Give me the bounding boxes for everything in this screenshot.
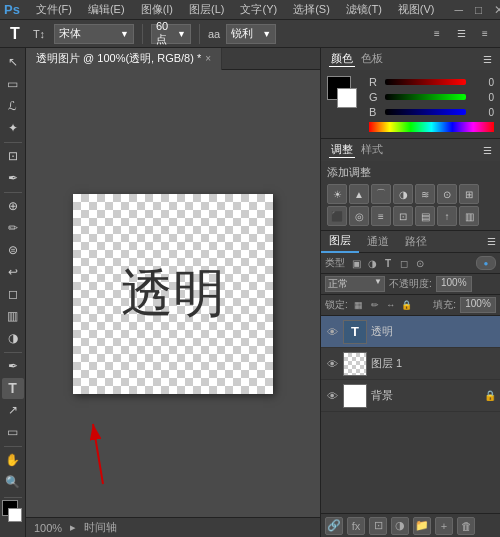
menu-text[interactable]: 文字(Y) [236,2,281,17]
layers-tab[interactable]: 图层 [321,231,359,253]
dodge-tool[interactable]: ◑ [2,328,24,349]
adj-hue[interactable]: ⊙ [437,184,457,204]
adj-gradient[interactable]: ▥ [459,206,479,226]
menu-file[interactable]: 文件(F) [32,2,76,17]
text-tool[interactable]: T [2,378,24,399]
adj-bw[interactable]: ⬛ [327,206,347,226]
menu-select[interactable]: 选择(S) [289,2,334,17]
filter-adjust[interactable]: ◑ [365,256,379,270]
align-center-button[interactable]: ☰ [452,25,470,43]
crop-tool[interactable]: ⊡ [2,146,24,167]
tab-close-button[interactable]: × [205,53,211,64]
swatches-tab[interactable]: 色板 [359,51,385,67]
filter-smart[interactable]: ⊙ [413,256,427,270]
adjustments-tab[interactable]: 调整 [329,142,355,158]
font-name-dropdown[interactable]: 宋体 ▼ [54,24,134,44]
color-tab[interactable]: 颜色 [329,51,355,67]
styles-tab[interactable]: 样式 [359,142,385,158]
menu-filter[interactable]: 滤镜(T) [342,2,386,17]
layer-eye-layer1[interactable]: 👁 [325,357,339,371]
layer-eye-transparent[interactable]: 👁 [325,325,339,339]
align-left-button[interactable]: ≡ [428,25,446,43]
history-brush[interactable]: ↩ [2,262,24,283]
adj-curves[interactable]: ⌒ [371,184,391,204]
align-right-button[interactable]: ≡ [476,25,494,43]
adj-vibrance[interactable]: ≋ [415,184,435,204]
adj-brightness[interactable]: ☀ [327,184,347,204]
minimize-button[interactable]: ─ [455,3,464,17]
font-size-dropdown[interactable]: 60 点 ▼ [151,24,191,44]
hand-tool[interactable]: ✋ [2,450,24,471]
canvas-scroll[interactable]: 透明 [26,70,320,517]
layer-filter-toggle[interactable]: ● [476,256,496,270]
layer-link-button[interactable]: 🔗 [325,517,343,535]
adj-colorbalance[interactable]: ⊞ [459,184,479,204]
adj-exposure[interactable]: ◑ [393,184,413,204]
layer-item-layer1[interactable]: 👁 图层 1 [321,348,500,380]
menu-edit[interactable]: 编辑(E) [84,2,129,17]
pen-tool[interactable]: ✒ [2,356,24,377]
healing-tool[interactable]: ⊕ [2,196,24,217]
paths-tab[interactable]: 路径 [397,231,435,253]
clone-tool[interactable]: ⊜ [2,240,24,261]
layers-panel-menu[interactable]: ☰ [483,236,500,247]
layer-new-button[interactable]: + [435,517,453,535]
magic-wand-tool[interactable]: ✦ [2,118,24,139]
adj-invert[interactable]: ⊡ [393,206,413,226]
lock-move[interactable]: ↔ [384,298,398,312]
layer-delete-button[interactable]: 🗑 [457,517,475,535]
color-section: R 0 G 0 B 0 [321,70,500,138]
layer-item-background[interactable]: 👁 背景 🔒 [321,380,500,412]
blend-mode-select[interactable]: 正常 ▼ [325,276,385,292]
background-swatch[interactable] [337,88,357,108]
opacity-input[interactable]: 100% [436,276,472,292]
layer-group-button[interactable]: 📁 [413,517,431,535]
channels-tab[interactable]: 通道 [359,231,397,253]
move-tool[interactable]: ↖ [2,52,24,73]
adj-panel-menu[interactable]: ☰ [483,145,492,156]
gradient-tool[interactable]: ▥ [2,306,24,327]
text-orientation-icon[interactable]: T↕ [30,25,48,43]
g-slider[interactable] [385,94,466,100]
layer-fx-button[interactable]: fx [347,517,365,535]
menu-view[interactable]: 视图(V) [394,2,439,17]
adj-levels[interactable]: ▲ [349,184,369,204]
aa-arrow: ▼ [262,29,271,39]
rect-select-tool[interactable]: ▭ [2,74,24,95]
aa-dropdown[interactable]: 锐利 ▼ [226,24,276,44]
fill-input[interactable]: 100% [460,297,496,313]
layer-adjustment-button[interactable]: ◑ [391,517,409,535]
path-select-tool[interactable]: ↗ [2,400,24,421]
close-button[interactable]: ✕ [494,3,500,17]
adj-posterize[interactable]: ▤ [415,206,435,226]
color-panel-menu[interactable]: ☰ [483,54,492,65]
spectrum-bar[interactable] [369,122,494,132]
background-color[interactable] [8,508,22,522]
lock-transparent[interactable]: ▦ [352,298,366,312]
maximize-button[interactable]: □ [475,3,482,17]
zoom-tool[interactable]: 🔍 [2,472,24,493]
menu-layer[interactable]: 图层(L) [185,2,228,17]
layer-eye-bg[interactable]: 👁 [325,389,339,403]
r-slider[interactable] [385,79,466,85]
layer-item-transparent[interactable]: 👁 T 透明 [321,316,500,348]
b-slider[interactable] [385,109,466,115]
brush-tool[interactable]: ✏ [2,218,24,239]
document-tab[interactable]: 透明图片 @ 100%(透明, RGB/8) * × [26,48,222,70]
lock-all[interactable]: 🔒 [400,298,414,312]
layer-mask-button[interactable]: ⊡ [369,517,387,535]
adj-threshold[interactable]: ↑ [437,206,457,226]
eyedropper-tool[interactable]: ✒ [2,168,24,189]
adj-photo[interactable]: ◎ [349,206,369,226]
lock-paint[interactable]: ✏ [368,298,382,312]
filter-text[interactable]: T [381,256,395,270]
g-label: G [369,91,381,103]
filter-pixel[interactable]: ▣ [349,256,363,270]
shape-tool[interactable]: ▭ [2,422,24,443]
menu-image[interactable]: 图像(I) [137,2,177,17]
layer-filter-icons: ▣ ◑ T ◻ ⊙ [349,256,427,270]
adj-channelmix[interactable]: ≡ [371,206,391,226]
eraser-tool[interactable]: ◻ [2,284,24,305]
lasso-tool[interactable]: ℒ [2,96,24,117]
filter-shape[interactable]: ◻ [397,256,411,270]
